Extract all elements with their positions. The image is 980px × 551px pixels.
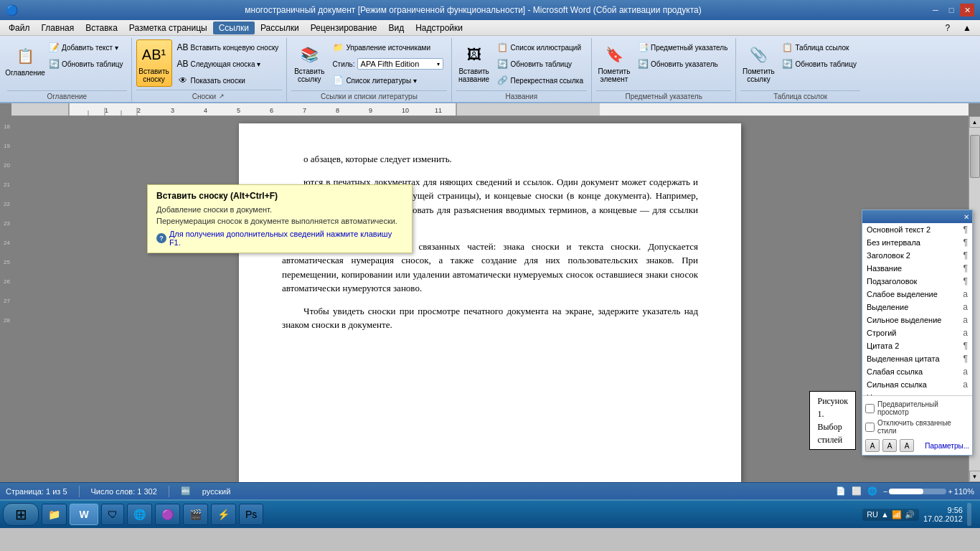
insert-citation-button[interactable]: 📚 Вставитьссылку xyxy=(291,39,327,87)
taskbar-clock: 9:56 17.02.2012 xyxy=(923,506,963,523)
update-auth-button[interactable]: 🔄 Обновить таблицу xyxy=(778,56,860,72)
style-item-3[interactable]: Заголовок 2 ¶ xyxy=(862,249,972,262)
view-fullscreen-icon[interactable]: ⬜ xyxy=(852,486,862,496)
help-button[interactable]: ? xyxy=(939,22,956,34)
params-link[interactable]: Параметры... xyxy=(925,442,969,450)
menu-file[interactable]: Файл xyxy=(3,22,36,34)
ribbon-group-citations: 📚 Вставитьссылку 📁 Управление источникам… xyxy=(287,38,451,102)
close-button[interactable]: ✕ xyxy=(960,4,974,17)
toc-col-buttons: 📝 Добавить текст ▾ 🔄 Обновить таблицу xyxy=(44,39,127,72)
minimize-button[interactable]: ─ xyxy=(928,4,943,17)
manage-sources-button[interactable]: 📁 Управление источниками xyxy=(329,39,446,55)
toc-main-button[interactable]: 📋 Оглавление xyxy=(7,39,43,81)
mark-entry-button[interactable]: 🔖 Пометить элемент xyxy=(596,39,632,87)
mark-entry-label: Пометить элемент xyxy=(598,67,631,83)
sources-icon: 📁 xyxy=(332,42,344,53)
menu-view[interactable]: Вид xyxy=(382,22,410,34)
style-inspector-button[interactable]: A xyxy=(882,439,897,452)
taskbar-app-browser[interactable]: 🌐 xyxy=(127,504,152,525)
menu-home[interactable]: Главная xyxy=(36,22,80,34)
figure-list-button[interactable]: 📋 Список иллюстраций xyxy=(494,39,587,55)
menu-review[interactable]: Рецензирование xyxy=(305,22,383,34)
scroll-down-button[interactable]: ▼ xyxy=(969,471,981,482)
footnotes-expand[interactable]: ↗ xyxy=(217,92,226,100)
update-table-button[interactable]: 🔄 Обновить таблицу xyxy=(494,56,587,72)
tooltip-title: Вставить сноску (Alt+Ctrl+F) xyxy=(156,191,403,201)
view-web-icon[interactable]: 🌐 xyxy=(867,486,877,496)
menu-mailings[interactable]: Рассылки xyxy=(255,22,305,34)
preview-checkbox[interactable]: Предварительный просмотр xyxy=(865,399,969,418)
footnote-label: Вставить сноску xyxy=(138,67,170,83)
insert-footnote-button[interactable]: AB¹ Вставить сноску xyxy=(136,39,172,87)
taskbar-app-explorer[interactable]: 📁 xyxy=(42,504,67,525)
style-name-6: Слабое выделение xyxy=(867,290,938,298)
linked-check[interactable] xyxy=(865,423,875,432)
ribbon: 📋 Оглавление 📝 Добавить текст ▾ 🔄 Обнови… xyxy=(0,36,980,103)
update-index-label: Обновить указатель xyxy=(651,60,718,68)
styles-panel-close[interactable]: ✕ xyxy=(963,213,969,221)
cross-ref-button[interactable]: 🔗 Перекрестная ссылка xyxy=(494,72,587,88)
update-index-button[interactable]: 🔄 Обновить указатель xyxy=(633,56,731,72)
style-item-5[interactable]: Подзаголовок ¶ xyxy=(862,275,972,288)
menu-addins[interactable]: Надстройки xyxy=(410,22,468,34)
style-item-7[interactable]: Выделение a xyxy=(862,301,972,314)
style-item-4[interactable]: Название ¶ xyxy=(862,262,972,275)
index-button[interactable]: 📑 Предметный указатель xyxy=(633,39,731,55)
taskbar-app-word[interactable]: W xyxy=(70,504,98,525)
style-item-12[interactable]: Слабая ссылка a xyxy=(862,365,972,378)
tray-arrow[interactable]: ▲ xyxy=(881,510,889,519)
insert-caption-button[interactable]: 🖼 Вставить название xyxy=(456,39,492,87)
style-marker-7: a xyxy=(963,302,968,312)
zoom-in-button[interactable]: + xyxy=(948,487,952,496)
scroll-up-button[interactable]: ▲ xyxy=(969,116,981,128)
table-auth-button[interactable]: 📋 Таблица ссылок xyxy=(778,39,860,55)
style-item-10[interactable]: Цитата 2 ¶ xyxy=(862,339,972,352)
view-print-icon[interactable]: 📄 xyxy=(836,486,846,496)
show-desktop-button[interactable] xyxy=(967,503,971,526)
style-dropdown[interactable]: Стиль: APA Fifth Edition ▾ xyxy=(329,56,446,72)
index-icon: 📑 xyxy=(637,42,649,53)
style-item-2[interactable]: Без интервала ¶ xyxy=(862,236,972,249)
tooltip-help: ? Для получения дополнительных сведений … xyxy=(156,230,403,247)
style-item-11[interactable]: Выделенная цитата ¶ xyxy=(862,352,972,365)
linked-checkbox[interactable]: Отключить связанные стили xyxy=(865,418,969,436)
zoom-out-button[interactable]: − xyxy=(883,487,887,496)
style-item-6[interactable]: Слабое выделение a xyxy=(862,288,972,301)
start-button[interactable]: ⊞ xyxy=(3,503,39,526)
add-text-button[interactable]: 📝 Добавить текст ▾ xyxy=(44,39,127,55)
style-item-9[interactable]: Строгий a xyxy=(862,326,972,339)
new-style-button[interactable]: A xyxy=(865,439,880,452)
scroll-thumb[interactable] xyxy=(970,135,980,178)
bibliography-button[interactable]: 📄 Список литературы ▾ xyxy=(329,72,446,88)
cross-ref-icon: 🔗 xyxy=(497,75,509,86)
menu-insert[interactable]: Вставка xyxy=(80,22,123,34)
manage-styles-button[interactable]: A xyxy=(900,439,914,452)
style-item-13[interactable]: Сильная ссылка a xyxy=(862,378,972,391)
svg-text:7: 7 xyxy=(303,107,306,114)
style-item-8[interactable]: Сильное выделение a xyxy=(862,314,972,326)
menu-layout[interactable]: Разметка страницы xyxy=(123,22,213,34)
preview-check[interactable] xyxy=(865,404,875,413)
taskbar-app-video[interactable]: 🎬 xyxy=(183,504,208,525)
show-notes-button[interactable]: 👁 Показать сноски xyxy=(174,72,283,88)
update-toc-button[interactable]: 🔄 Обновить таблицу xyxy=(44,56,127,72)
zoom-level: 110% xyxy=(954,487,974,496)
style-marker-8: a xyxy=(963,315,968,325)
word-icon: 🔵 xyxy=(6,4,18,16)
mark-citation-label: Пометить ссылку xyxy=(743,67,775,83)
mark-citation-button[interactable]: 📎 Пометить ссылку xyxy=(740,39,776,87)
style-select[interactable]: APA Fifth Edition ▾ xyxy=(357,58,443,70)
menu-references[interactable]: Ссылки xyxy=(213,22,255,34)
insert-endnote-button[interactable]: AB Вставить концевую сноску xyxy=(174,39,283,55)
ribbon-toggle[interactable]: ▲ xyxy=(957,22,977,34)
taskbar-app-ps[interactable]: Ps xyxy=(239,504,263,525)
next-footnote-button[interactable]: AB Следующая сноска ▾ xyxy=(174,56,283,72)
taskbar-app-flash[interactable]: ⚡ xyxy=(211,504,236,525)
taskbar-app-purple[interactable]: 🟣 xyxy=(155,504,180,525)
style-item-1[interactable]: Основной текст 2 ¶ xyxy=(862,223,972,236)
taskbar-app-shield[interactable]: 🛡 xyxy=(101,504,124,525)
style-name-3: Заголовок 2 xyxy=(867,251,910,260)
zoom-slider[interactable] xyxy=(889,489,946,494)
document-area[interactable]: о абзацев, которые следует изменить. ютс… xyxy=(11,116,969,482)
maximize-button[interactable]: □ xyxy=(944,4,958,17)
